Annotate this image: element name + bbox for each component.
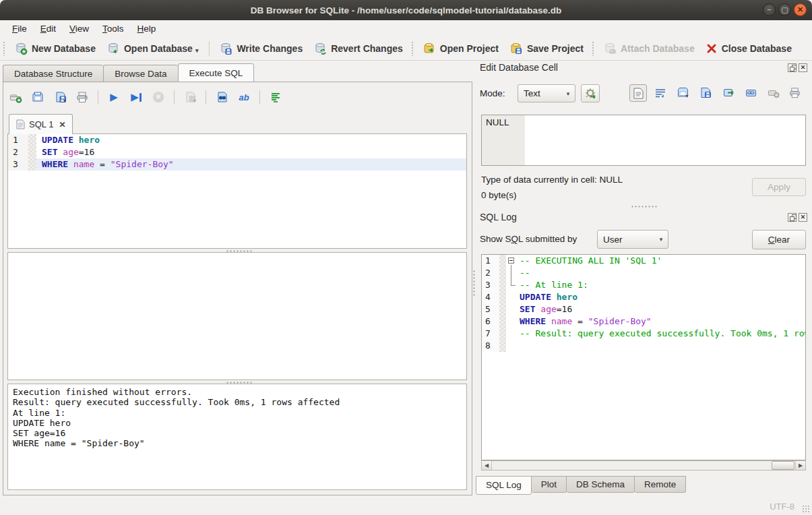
close-database-button[interactable]: Close Database [700,39,797,58]
printer-icon [75,90,89,104]
line-number: 1 [8,134,28,146]
save-sql-file-button[interactable]: ▾ [53,90,67,104]
auto-switch-mode-button[interactable] [581,84,600,102]
dock-tab-bar: SQL Log Plot DB Schema Remote [476,476,686,495]
message-line: Execution finished without errors. [13,387,462,397]
save-project-button[interactable]: Save Project [504,38,589,59]
find-button[interactable] [215,90,228,104]
dock-tab-plot[interactable]: Plot [532,476,567,493]
open-database-button[interactable]: Open Database ▾ [101,38,205,59]
project-save-icon [509,42,523,55]
find-replace-button[interactable]: ab [237,90,251,104]
close-button[interactable]: ✕ [794,3,807,16]
clear-log-button[interactable]: Clear [752,230,806,249]
execute-all-button[interactable]: ▶ [107,90,121,104]
encoding-indicator[interactable]: UTF-8 [770,502,794,512]
open-project-button[interactable]: Open Project [417,38,504,59]
export-results-button[interactable]: ▾ [183,90,197,104]
new-sql-tab-button[interactable] [9,90,22,104]
editor-line[interactable]: 1 UPDATE hero [8,134,466,146]
new-database-button[interactable]: New Database [9,38,101,59]
scroll-right-arrow-icon[interactable]: ▶ [795,461,805,470]
scroll-left-arrow-icon[interactable]: ◀ [482,461,492,470]
open-in-external-button[interactable] [722,86,735,99]
import-cell-data-button[interactable]: ▾ [676,86,689,99]
scrollbar-thumb[interactable] [772,461,794,470]
execute-all-icon: ▶ [110,90,118,104]
dock-splitter[interactable] [631,205,658,208]
text-mode-toggle-button[interactable] [629,84,647,102]
menu-help[interactable]: Help [131,22,163,36]
line-number: 1 [482,255,499,267]
resize-grip[interactable] [802,505,810,513]
menu-file[interactable]: File [5,22,34,36]
print-cell-button[interactable] [788,86,801,99]
export-arrow-icon [722,86,735,99]
menu-view[interactable]: View [63,22,96,36]
database-save-icon [219,42,232,55]
minimize-button[interactable]: − [763,3,776,16]
code-text[interactable]: UPDATE hero [36,134,466,146]
open-database-dropdown-caret[interactable]: ▾ [195,47,199,54]
open-sql-file-button[interactable] [31,90,44,104]
cell-value-area[interactable] [525,115,805,165]
editor-line[interactable]: 2 SET age=16 [8,146,466,158]
print-sql-button[interactable] [75,90,89,104]
close-pane-icon[interactable]: ✕ [799,63,807,72]
titlebar[interactable]: DB Browser for SQLite - /home/user/code/… [0,0,812,20]
tab-database-structure[interactable]: Database Structure [3,65,103,82]
execute-current-line-button[interactable]: ▶ [129,90,143,104]
dock-tab-sql-log[interactable]: SQL Log [476,476,532,495]
toolbar-grip[interactable] [3,41,6,56]
export-cell-data-button[interactable] [699,86,712,99]
editor-line-current[interactable]: 3 WHERE name = "Spider-Boy" [8,158,466,171]
fold-margin [28,134,36,146]
stop-execution-button[interactable]: ✕ [152,90,165,104]
close-pane-icon[interactable]: ✕ [799,213,807,222]
float-pane-icon[interactable] [788,213,797,222]
code-text[interactable]: SET age=16 [36,146,466,158]
log-horizontal-scrollbar[interactable]: ◀ ▶ [481,460,806,471]
results-grid[interactable] [7,252,467,380]
fold-collapse-icon[interactable] [508,258,514,264]
line-number: 3 [8,158,28,171]
dock-tab-remote[interactable]: Remote [635,476,686,493]
sql-editor[interactable]: 1 UPDATE hero 2 SET age=16 3 WHERE name … [7,133,467,249]
apply-button[interactable]: Apply [752,178,806,196]
menu-edit[interactable]: Edit [34,22,63,36]
dock-tab-db-schema[interactable]: DB Schema [567,476,635,493]
toolbar-separator [209,41,210,56]
set-null-button[interactable] [766,86,780,99]
log-line: 5 SET age=16 [482,303,805,315]
mode-value: Text [518,88,561,98]
sql-log-view[interactable]: 1 -- EXECUTING ALL IN 'SQL 1' 2 -- 3 -- … [481,254,806,460]
attach-database-button[interactable]: Attach Database [598,38,700,59]
mode-select[interactable]: Text ▾ [518,84,575,102]
fold-column[interactable] [506,255,517,267]
revert-changes-button[interactable]: Revert Changes [308,38,408,59]
database-open-icon [106,42,120,55]
toolbar-grip[interactable] [592,41,595,56]
sql-tab-close-icon[interactable]: ✕ [59,120,65,129]
app-window: DB Browser for SQLite - /home/user/code/… [0,0,812,515]
maximize-button[interactable]: ▢ [778,3,791,16]
database-close-icon [706,42,718,55]
import-dropdown-caret[interactable]: ▾ [685,93,688,99]
project-open-icon [423,42,436,55]
toolbar-grip[interactable] [411,41,414,56]
export-dropdown-caret[interactable]: ▾ [193,98,196,104]
write-changes-button[interactable]: Write Changes [214,38,308,59]
set-link-button[interactable] [744,86,757,99]
execution-message-pane[interactable]: Execution finished without errors.Result… [7,384,467,490]
code-text[interactable]: WHERE name = "Spider-Boy" [36,158,466,171]
sql-editor-tab[interactable]: SQL 1 ✕ [9,114,73,134]
save-sql-dropdown-caret[interactable]: ▾ [63,98,66,104]
log-filter-select[interactable]: User ▾ [597,230,668,249]
cell-value-editor[interactable]: NULL [481,115,806,166]
float-pane-icon[interactable] [788,63,797,72]
menu-tools[interactable]: Tools [96,22,131,36]
tab-execute-sql[interactable]: Execute SQL [178,63,255,82]
word-wrap-button[interactable] [269,90,282,104]
word-wrap-cell-button[interactable] [654,86,667,100]
tab-browse-data[interactable]: Browse Data [103,65,177,82]
